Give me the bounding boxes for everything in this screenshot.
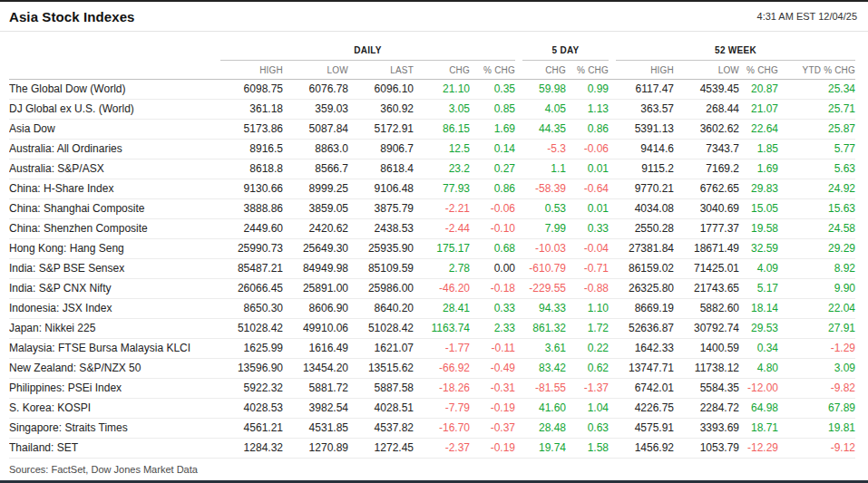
daily-chg-cell: 86.15	[414, 119, 470, 139]
ytd-pct-chg-cell: 27.91	[778, 318, 855, 338]
5day-chg-cell: 19.74	[515, 438, 566, 458]
daily-pct-chg-cell: -0.19	[470, 438, 515, 458]
col-header-daily-high: HIGH	[218, 61, 283, 79]
title-bar: Asia Stock Indexes 4:31 AM EST 12/04/25	[0, 2, 868, 32]
5day-chg-cell: 1.1	[515, 159, 566, 179]
5day-chg-cell: 83.42	[515, 358, 566, 378]
5day-chg-cell: 28.48	[515, 418, 566, 438]
daily-high-cell: 26066.45	[218, 278, 283, 298]
daily-chg-cell: -1.77	[414, 338, 470, 358]
52wk-pct-chg-cell: 32.59	[739, 238, 778, 258]
table-row: India: S&P CNX Nifty26066.4525891.002598…	[9, 278, 855, 298]
col-header-5day-pct: % CHG	[566, 61, 609, 79]
table-row: DJ Global ex U.S. (World)361.18359.03360…	[9, 99, 855, 119]
col-header-5day-chg: CHG	[515, 61, 566, 79]
daily-low-cell: 3859.05	[283, 198, 348, 218]
asia-stock-indexes-panel: Asia Stock Indexes 4:31 AM EST 12/04/25 …	[0, 0, 868, 483]
index-name-cell: Hong Kong: Hang Seng	[9, 238, 218, 258]
group-5day: 5 DAY	[515, 39, 609, 61]
5day-pct-chg-cell: 0.33	[566, 218, 609, 238]
daily-last-cell: 8618.4	[348, 159, 414, 179]
daily-low-cell: 25649.30	[283, 238, 348, 258]
daily-last-cell: 9106.48	[348, 179, 414, 198]
table-row: New Zealand: S&P/NZX 5013596.9013454.201…	[9, 358, 855, 378]
ytd-pct-chg-cell: 24.92	[778, 179, 855, 198]
5day-pct-chg-cell: -1.37	[566, 378, 609, 398]
52wk-low-cell: 5584.35	[674, 378, 739, 398]
table-row: China: Shanghai Composite3888.863859.053…	[9, 198, 855, 218]
daily-chg-cell: 12.5	[414, 139, 470, 159]
52wk-high-cell: 8669.19	[609, 298, 674, 318]
daily-low-cell: 359.03	[283, 99, 348, 119]
daily-pct-chg-cell: -0.06	[470, 198, 515, 218]
5day-pct-chg-cell: 0.62	[566, 358, 609, 378]
daily-low-cell: 13454.20	[283, 358, 348, 378]
daily-last-cell: 13515.62	[348, 358, 414, 378]
5day-pct-chg-cell: 1.10	[566, 298, 609, 318]
ytd-pct-chg-cell: 24.58	[778, 218, 855, 238]
daily-chg-cell: -2.37	[414, 438, 470, 458]
daily-chg-cell: -7.79	[414, 398, 470, 418]
index-name-cell: India: S&P BSE Sensex	[9, 258, 218, 278]
ytd-pct-chg-cell: 9.90	[778, 278, 855, 298]
daily-chg-cell: -2.44	[414, 218, 470, 238]
daily-last-cell: 3875.79	[348, 198, 414, 218]
table-row: China: H-Share Index9130.668999.259106.4…	[9, 179, 855, 198]
52wk-high-cell: 2550.28	[609, 218, 674, 238]
daily-pct-chg-cell: 1.69	[470, 119, 515, 139]
index-name-cell: DJ Global ex U.S. (World)	[9, 99, 218, 119]
52wk-low-cell: 4539.45	[674, 79, 739, 99]
index-name-cell: India: S&P CNX Nifty	[9, 278, 218, 298]
daily-pct-chg-cell: -0.18	[470, 278, 515, 298]
5day-pct-chg-cell: -0.64	[566, 179, 609, 198]
table-row: Australia: All Ordinaries8916.58863.0890…	[9, 139, 855, 159]
daily-high-cell: 1284.32	[218, 438, 283, 458]
52wk-pct-chg-cell: 4.09	[739, 258, 778, 278]
daily-last-cell: 5172.91	[348, 119, 414, 139]
daily-pct-chg-cell: -0.37	[470, 418, 515, 438]
5day-pct-chg-cell: -0.88	[566, 278, 609, 298]
52wk-low-cell: 1400.59	[674, 338, 739, 358]
52wk-low-cell: 21743.65	[674, 278, 739, 298]
daily-high-cell: 13596.90	[218, 358, 283, 378]
daily-low-cell: 1616.49	[283, 338, 348, 358]
52wk-pct-chg-cell: -12.29	[739, 438, 778, 458]
daily-low-cell: 2420.62	[283, 218, 348, 238]
table-row: Asia Dow5173.865087.845172.9186.151.6944…	[9, 119, 855, 139]
group-52week: 52 WEEK	[609, 39, 855, 61]
5day-pct-chg-cell: 1.72	[566, 318, 609, 338]
group-52week-label: 52 WEEK	[715, 45, 756, 55]
5day-pct-chg-cell: 0.01	[566, 159, 609, 179]
5day-pct-chg-cell: 1.13	[566, 99, 609, 119]
52wk-pct-chg-cell: 22.64	[739, 119, 778, 139]
daily-chg-cell: -2.21	[414, 198, 470, 218]
ytd-pct-chg-cell: 25.87	[778, 119, 855, 139]
ytd-pct-chg-cell: -1.29	[778, 338, 855, 358]
52wk-low-cell: 2284.72	[674, 398, 739, 418]
52wk-pct-chg-cell: 1.69	[739, 159, 778, 179]
group-daily-label: DAILY	[354, 45, 382, 55]
52wk-low-cell: 6762.65	[674, 179, 739, 198]
daily-high-cell: 5173.86	[218, 119, 283, 139]
daily-high-cell: 361.18	[218, 99, 283, 119]
col-header-daily-low: LOW	[283, 61, 348, 79]
table-row: Australia: S&P/ASX8618.88566.78618.423.2…	[9, 159, 855, 179]
52wk-low-cell: 3602.62	[674, 119, 739, 139]
ytd-pct-chg-cell: 5.63	[778, 159, 855, 179]
daily-high-cell: 5922.32	[218, 378, 283, 398]
column-header-row: HIGH LOW LAST CHG % CHG CHG % CHG HIGH L…	[9, 61, 855, 79]
52wk-high-cell: 86159.02	[609, 258, 674, 278]
52wk-high-cell: 6117.47	[609, 79, 674, 99]
index-name-cell: China: Shanghai Composite	[9, 198, 218, 218]
index-name-cell: S. Korea: KOSPI	[9, 398, 218, 418]
52wk-low-cell: 7343.7	[674, 139, 739, 159]
52wk-low-cell: 7169.2	[674, 159, 739, 179]
table-row: Singapore: Straits Times4561.214531.8545…	[9, 418, 855, 438]
table-row: S. Korea: KOSPI4028.533982.544028.51-7.7…	[9, 398, 855, 418]
ytd-pct-chg-cell: 29.29	[778, 238, 855, 258]
52wk-low-cell: 3040.69	[674, 198, 739, 218]
daily-last-cell: 51028.42	[348, 318, 414, 338]
ytd-pct-chg-cell: 15.63	[778, 198, 855, 218]
5day-chg-cell: -10.03	[515, 238, 566, 258]
index-name-cell: Japan: Nikkei 225	[9, 318, 218, 338]
